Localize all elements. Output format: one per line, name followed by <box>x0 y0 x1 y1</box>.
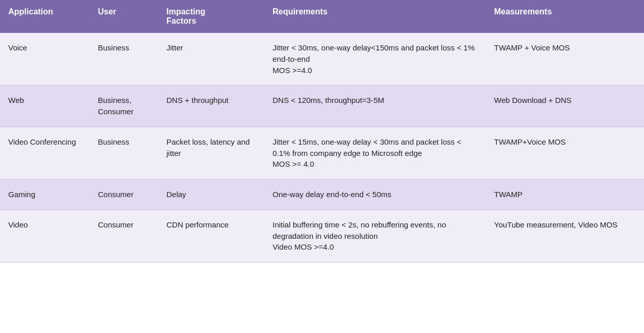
cell-application: Video <box>0 209 90 262</box>
cell-measurements: TWAMP <box>486 180 644 210</box>
main-table: Application User ImpactingFactors Requir… <box>0 0 644 262</box>
cell-user: Consumer <box>90 209 158 262</box>
cell-requirements: Initial buffering time < 2s, no rebuffer… <box>264 209 486 262</box>
table-row: VoiceBusinessJitterJitter < 30ms, one-wa… <box>0 33 644 85</box>
header-application: Application <box>0 0 90 33</box>
header-row: Application User ImpactingFactors Requir… <box>0 0 644 33</box>
cell-impacting: Packet loss, latency and jitter <box>158 127 264 179</box>
cell-application: Video Conferencing <box>0 127 90 179</box>
cell-requirements: Jitter < 30ms, one-way delay<150ms and p… <box>264 33 486 85</box>
cell-application: Gaming <box>0 180 90 210</box>
cell-impacting: DNS + throughput <box>158 85 264 127</box>
header-requirements: Requirements <box>264 0 486 33</box>
cell-application: Web <box>0 85 90 127</box>
cell-requirements: One-way delay end-to-end < 50ms <box>264 180 486 210</box>
cell-requirements: Jitter < 15ms, one-way delay < 30ms and … <box>264 127 486 179</box>
cell-application: Voice <box>0 33 90 85</box>
cell-impacting: Delay <box>158 180 264 210</box>
cell-user: Business, Consumer <box>90 85 158 127</box>
cell-user: Business <box>90 33 158 85</box>
header-measurements: Measurements <box>486 0 644 33</box>
cell-measurements: Web Download + DNS <box>486 85 644 127</box>
header-user: User <box>90 0 158 33</box>
cell-measurements: YouTube measurement, Video MOS <box>486 209 644 262</box>
cell-impacting: Jitter <box>158 33 264 85</box>
table-row: VideoConsumerCDN performanceInitial buff… <box>0 209 644 262</box>
cell-measurements: TWAMP+Voice MOS <box>486 127 644 179</box>
cell-user: Consumer <box>90 180 158 210</box>
cell-user: Business <box>90 127 158 179</box>
table-row: GamingConsumerDelayOne-way delay end-to-… <box>0 180 644 210</box>
cell-impacting: CDN performance <box>158 209 264 262</box>
cell-requirements: DNS < 120ms, throughput=3-5M <box>264 85 486 127</box>
header-impacting: ImpactingFactors <box>158 0 264 33</box>
cell-measurements: TWAMP + Voice MOS <box>486 33 644 85</box>
table-row: WebBusiness, ConsumerDNS + throughputDNS… <box>0 85 644 127</box>
table-row: Video ConferencingBusinessPacket loss, l… <box>0 127 644 179</box>
